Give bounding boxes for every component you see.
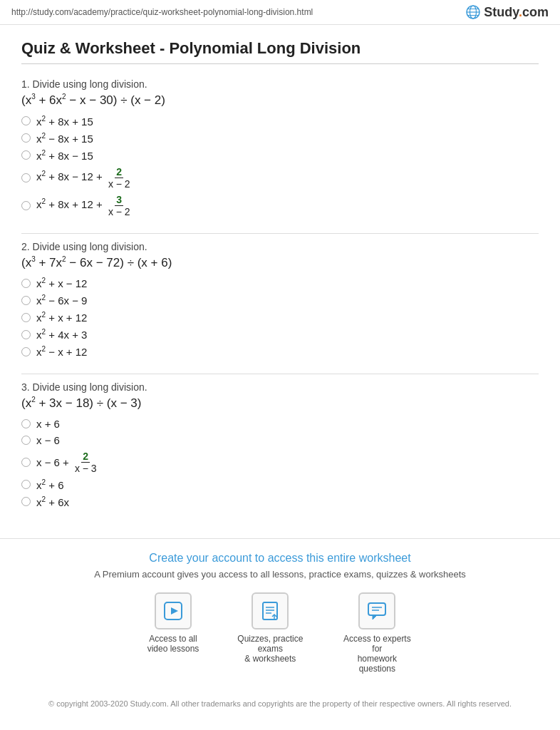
radio-q2b[interactable]: [21, 296, 31, 305]
promo-section: Create your account to access this entir…: [0, 538, 560, 692]
q2-option-a-text: x2 + x − 12: [36, 277, 87, 289]
question-3-label: 3. Divide using long division.: [21, 381, 539, 393]
q2-option-c-text: x2 + x + 12: [36, 311, 87, 324]
logo: Study.com: [465, 4, 549, 20]
question-2-label: 2. Divide using long division.: [21, 241, 539, 252]
question-2: 2. Divide using long division. (x3 + 7x2…: [21, 241, 539, 359]
logo-com: com: [522, 5, 549, 19]
q3-option-a[interactable]: x + 6: [21, 418, 539, 430]
svg-rect-12: [368, 603, 385, 615]
radio-q1b[interactable]: [21, 133, 31, 143]
q1-option-a-text: x2 + 8x + 15: [36, 115, 93, 128]
q2-option-c[interactable]: x2 + x + 12: [21, 311, 539, 324]
q3-option-e[interactable]: x2 + 6x: [21, 495, 539, 508]
divider-1: [21, 233, 539, 234]
question-2-expression: (x3 + 7x2 − 6x − 72) ÷ (x + 6): [21, 255, 539, 270]
top-bar: http://study.com/academy/practice/quiz-w…: [0, 0, 560, 25]
chat-icon: [367, 601, 387, 621]
expert-label: Access to experts forhomework questions: [341, 634, 413, 674]
q2-option-e[interactable]: x2 − x + 12: [21, 345, 539, 358]
q3-option-d-text: x2 + 6: [36, 478, 64, 491]
expert-icon-box: [358, 592, 395, 629]
q3-option-d[interactable]: x2 + 6: [21, 478, 539, 491]
q2-option-d-text: x2 + 4x + 3: [36, 328, 87, 341]
promo-video: Access to allvideo lessons: [147, 592, 199, 674]
promo-subtitle: A Premium account gives you access to al…: [14, 569, 546, 580]
q3-option-b-text: x − 6: [36, 434, 60, 446]
svg-marker-6: [171, 607, 178, 615]
radio-q3e[interactable]: [21, 497, 31, 506]
promo-icons: Access to allvideo lessons Quizzes, prac…: [14, 592, 546, 674]
q1-option-c[interactable]: x2 + 8x − 15: [21, 149, 539, 162]
radio-q1d[interactable]: [21, 173, 31, 182]
q1-option-b-text: x2 − 8x + 15: [36, 132, 93, 145]
q2-option-d[interactable]: x2 + 4x + 3: [21, 328, 539, 341]
q3-option-b[interactable]: x − 6: [21, 434, 539, 446]
radio-q3a[interactable]: [21, 419, 31, 428]
quiz-icon-box: [252, 592, 289, 629]
q1-option-e[interactable]: x2 + 8x + 12 + 3x − 2: [21, 194, 539, 217]
promo-quiz: Quizzes, practice exams& worksheets: [234, 592, 306, 674]
q2-option-a[interactable]: x2 + x − 12: [21, 277, 539, 289]
q1-option-e-text: x2 + 8x + 12 + 3x − 2: [36, 194, 133, 217]
q1-option-a[interactable]: x2 + 8x + 15: [21, 115, 539, 128]
q2-option-b[interactable]: x2 − 6x − 9: [21, 294, 539, 307]
q3-option-a-text: x + 6: [36, 418, 60, 430]
quiz-icon: [260, 601, 280, 621]
q2-option-e-text: x2 − x + 12: [36, 345, 87, 358]
promo-title: Create your account to access this entir…: [14, 552, 546, 565]
question-3: 3. Divide using long division. (x2 + 3x …: [21, 381, 539, 508]
video-icon-box: [155, 592, 192, 629]
logo-text: Study.com: [484, 5, 549, 20]
radio-q2a[interactable]: [21, 279, 31, 288]
question-1-label: 1. Divide using long division.: [21, 78, 539, 90]
url-bar: http://study.com/academy/practice/quiz-w…: [11, 7, 313, 17]
question-1: 1. Divide using long division. (x3 + 6x2…: [21, 78, 539, 217]
svg-rect-7: [263, 602, 277, 620]
radio-q1c[interactable]: [21, 150, 31, 160]
radio-q3c[interactable]: [21, 458, 31, 467]
q3-option-e-text: x2 + 6x: [36, 495, 69, 508]
q3-option-c-text: x − 6 + 2x − 3: [36, 451, 100, 474]
q1-option-d[interactable]: x2 + 8x − 12 + 2x − 2: [21, 166, 539, 190]
divider-2: [21, 374, 539, 374]
radio-q2e[interactable]: [21, 347, 31, 356]
radio-q1a[interactable]: [21, 116, 31, 125]
logo-study: Study: [484, 5, 519, 19]
radio-q2d[interactable]: [21, 330, 31, 339]
promo-expert: Access to experts forhomework questions: [341, 592, 413, 674]
quiz-label: Quizzes, practice exams& worksheets: [234, 634, 306, 664]
radio-q3b[interactable]: [21, 436, 31, 445]
globe-icon: [465, 4, 481, 20]
radio-q3d[interactable]: [21, 480, 31, 489]
video-label: Access to allvideo lessons: [147, 634, 199, 654]
q1-option-c-text: x2 + 8x − 15: [36, 149, 93, 162]
radio-q2c[interactable]: [21, 313, 31, 322]
footer: © copyright 2003-2020 Study.com. All oth…: [0, 692, 560, 719]
question-1-expression: (x3 + 6x2 − x − 30) ÷ (x − 2): [21, 93, 539, 108]
q1-option-b[interactable]: x2 − 8x + 15: [21, 132, 539, 145]
question-3-expression: (x2 + 3x − 18) ÷ (x − 3): [21, 396, 539, 411]
q3-option-c[interactable]: x − 6 + 2x − 3: [21, 451, 539, 474]
q2-option-b-text: x2 − 6x − 9: [36, 294, 87, 307]
play-icon: [163, 601, 183, 621]
radio-q1e[interactable]: [21, 201, 31, 210]
q1-option-d-text: x2 + 8x − 12 + 2x − 2: [36, 166, 133, 190]
main-content: Quiz & Worksheet - Polynomial Long Divis…: [0, 25, 560, 531]
page-title: Quiz & Worksheet - Polynomial Long Divis…: [21, 39, 539, 64]
